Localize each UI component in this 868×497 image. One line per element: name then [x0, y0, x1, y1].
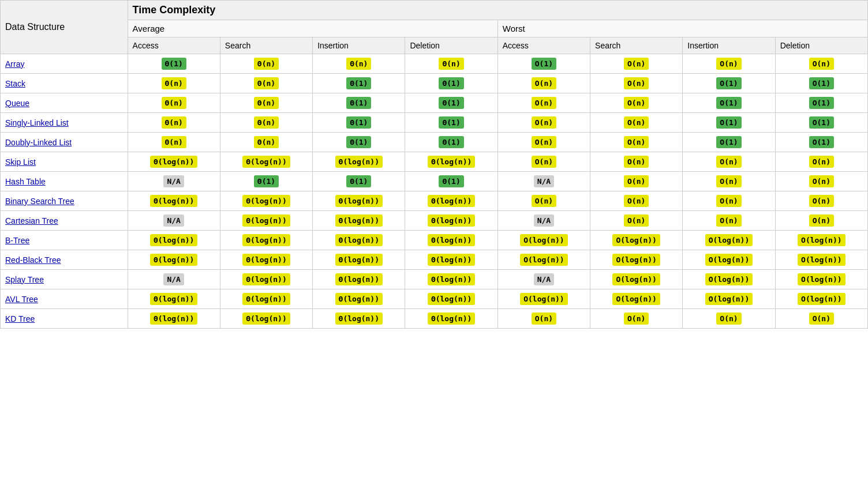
complexity-cell: O(1): [683, 74, 775, 93]
ds-name-link[interactable]: Array: [5, 59, 24, 69]
complexity-badge: O(n): [624, 77, 649, 89]
complexity-badge: Θ(1): [254, 175, 279, 187]
complexity-badge: N/A: [163, 214, 184, 227]
table-row: AVL TreeΘ(log(n))Θ(log(n))Θ(log(n))Θ(log…: [1, 289, 868, 309]
complexity-badge: O(n): [624, 58, 649, 70]
complexity-cell: O(log(n)): [775, 250, 867, 270]
ds-name-cell[interactable]: Singly-Linked List: [1, 113, 128, 133]
complexity-cell: O(log(n)): [590, 289, 683, 309]
ds-name-link[interactable]: KD Tree: [5, 314, 35, 323]
complexity-badge: O(1): [716, 97, 741, 109]
complexity-cell: N/A: [497, 270, 590, 289]
ds-name-cell[interactable]: Cartesian Tree: [1, 211, 128, 231]
complexity-cell: Θ(log(n)): [313, 289, 405, 309]
complexity-cell: Θ(log(n)): [405, 152, 497, 172]
ds-name-link[interactable]: AVL Tree: [5, 295, 38, 304]
ds-name-link[interactable]: Binary Search Tree: [5, 197, 74, 206]
complexity-badge: O(n): [532, 312, 556, 325]
complexity-badge: O(n): [624, 195, 649, 207]
complexity-badge: O(n): [809, 175, 834, 187]
complexity-badge: O(1): [809, 136, 834, 148]
complexity-cell: Θ(1): [313, 93, 405, 113]
ds-name-link[interactable]: Splay Tree: [5, 275, 44, 284]
complexity-badge: Θ(n): [162, 116, 186, 129]
complexity-badge: Θ(log(n)): [242, 195, 290, 207]
complexity-badge: Θ(log(n)): [335, 273, 383, 285]
ds-name-cell[interactable]: Queue: [1, 93, 128, 113]
complexity-cell: N/A: [497, 211, 590, 231]
complexity-cell: Θ(n): [128, 74, 220, 93]
complexity-badge: O(n): [809, 58, 834, 70]
ds-name-cell[interactable]: Hash Table: [1, 172, 128, 191]
ds-name-link[interactable]: Doubly-Linked List: [5, 138, 72, 147]
complexity-cell: O(n): [683, 172, 775, 191]
complexity-badge: O(n): [624, 312, 649, 325]
ds-name-link[interactable]: Hash Table: [5, 177, 46, 186]
complexity-badge: Θ(log(n)): [335, 234, 383, 246]
complexity-badge: O(n): [716, 195, 741, 207]
complexity-badge: Θ(1): [439, 116, 463, 129]
complexity-badge: O(1): [809, 97, 834, 109]
complexity-badge: O(log(n)): [798, 293, 845, 305]
ds-name-cell[interactable]: Binary Search Tree: [1, 191, 128, 211]
ds-name-link[interactable]: Stack: [5, 79, 25, 88]
complexity-cell: Θ(log(n)): [220, 250, 312, 270]
complexity-badge: Θ(log(n)): [335, 214, 383, 227]
complexity-cell: O(log(n)): [590, 250, 683, 270]
col-header: Insertion: [313, 37, 405, 54]
ds-name-link[interactable]: Skip List: [5, 157, 36, 167]
complexity-badge: O(n): [624, 156, 649, 168]
complexity-cell: O(1): [497, 54, 590, 74]
complexity-cell: O(1): [683, 93, 775, 113]
complexity-cell: O(n): [590, 74, 683, 93]
complexity-cell: Θ(n): [220, 113, 312, 133]
ds-name-link[interactable]: B-Tree: [5, 236, 29, 245]
complexity-badge: O(n): [532, 156, 556, 168]
complexity-badge: O(n): [809, 195, 834, 207]
ds-name-link[interactable]: Red-Black Tree: [5, 255, 61, 265]
table-row: QueueΘ(n)Θ(n)Θ(1)Θ(1)O(n)O(n)O(1)O(1): [1, 93, 868, 113]
ds-name-link[interactable]: Singly-Linked List: [5, 118, 69, 127]
complexity-badge: Θ(1): [439, 175, 463, 187]
ds-name-cell[interactable]: Stack: [1, 74, 128, 93]
complexity-cell: Θ(log(n)): [220, 152, 312, 172]
complexity-cell: Θ(log(n)): [405, 309, 497, 329]
complexity-badge: O(n): [624, 97, 649, 109]
ds-name-cell[interactable]: Doubly-Linked List: [1, 133, 128, 152]
ds-name-link[interactable]: Cartesian Tree: [5, 216, 58, 225]
complexity-cell: O(n): [590, 211, 683, 231]
complexity-badge: Θ(1): [439, 77, 463, 89]
complexity-cell: N/A: [128, 270, 220, 289]
complexity-cell: Θ(1): [313, 172, 405, 191]
ds-name-cell[interactable]: Red-Black Tree: [1, 250, 128, 270]
complexity-badge: Θ(log(n)): [150, 195, 197, 207]
complexity-badge: O(n): [716, 156, 741, 168]
complexity-cell: O(1): [775, 74, 867, 93]
complexity-cell: Θ(log(n)): [313, 211, 405, 231]
complexity-cell: O(n): [590, 152, 683, 172]
ds-name-cell[interactable]: AVL Tree: [1, 289, 128, 309]
complexity-cell: O(log(n)): [775, 270, 867, 289]
complexity-badge: O(log(n)): [798, 273, 845, 285]
complexity-badge: Θ(log(n)): [242, 293, 290, 305]
ds-name-cell[interactable]: Splay Tree: [1, 270, 128, 289]
ds-name-cell[interactable]: Skip List: [1, 152, 128, 172]
complexity-badge: N/A: [534, 175, 554, 187]
complexity-badge: Θ(log(n)): [150, 312, 197, 325]
complexity-cell: Θ(1): [405, 133, 497, 152]
complexity-cell: Θ(log(n)): [220, 289, 312, 309]
complexity-cell: O(n): [775, 211, 867, 231]
complexity-cell: O(log(n)): [590, 231, 683, 250]
complexity-cell: O(n): [497, 93, 590, 113]
complexity-badge: O(n): [624, 214, 649, 227]
ds-name-cell[interactable]: Array: [1, 54, 128, 74]
complexity-badge: Θ(log(n)): [242, 254, 290, 266]
complexity-badge: Θ(n): [346, 58, 371, 70]
complexity-cell: Θ(log(n)): [405, 211, 497, 231]
complexity-cell: O(n): [497, 152, 590, 172]
complexity-badge: Θ(n): [439, 58, 463, 70]
ds-name-cell[interactable]: B-Tree: [1, 231, 128, 250]
ds-name-link[interactable]: Queue: [5, 99, 29, 108]
complexity-cell: Θ(log(n)): [313, 152, 405, 172]
ds-name-cell[interactable]: KD Tree: [1, 309, 128, 329]
